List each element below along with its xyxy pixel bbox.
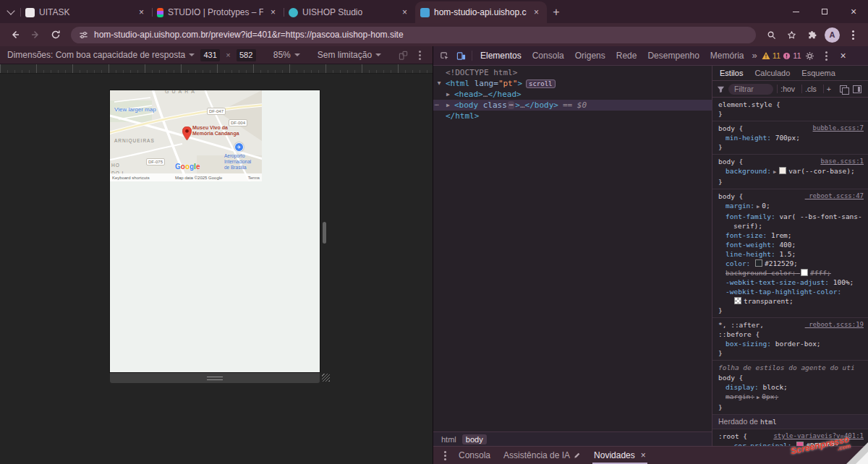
breadcrumb-html[interactable]: html [438, 434, 460, 444]
reload-button[interactable] [46, 25, 65, 44]
stylesheet-link[interactable]: _reboot.scss:19 [805, 320, 864, 330]
tab-layout[interactable]: Esquema [796, 69, 841, 77]
stylesheet-link[interactable]: base.scss:1 [820, 157, 864, 166]
drawer-menu-kebab-icon[interactable] [444, 455, 446, 457]
viewport-resize-bar[interactable] [110, 373, 320, 383]
expand-arrow-icon[interactable] [446, 100, 454, 111]
warnings-badge[interactable]: 11 [762, 51, 780, 60]
profile-avatar[interactable]: A [825, 27, 840, 43]
tab-search-button[interactable] [1, 1, 20, 23]
extensions-button[interactable] [802, 25, 821, 44]
forward-button[interactable] [26, 25, 45, 44]
inspect-element-button[interactable] [436, 48, 452, 64]
color-swatch[interactable] [755, 259, 762, 267]
map-airport-label[interactable]: Aeroporto Internacional de Brasília [224, 153, 251, 171]
browser-tab-active[interactable]: hom-studio-api.uishop.com.br/ [415, 1, 547, 23]
google-map-embed[interactable]: View larger map GUARÁ ARNIQUEIRAS HO DO … [110, 90, 262, 181]
search-button[interactable] [762, 25, 780, 44]
viewport-width-input[interactable]: 431 [200, 49, 220, 61]
tree-node-html-close[interactable]: </html> [433, 111, 712, 121]
expand-arrow-icon[interactable] [771, 166, 778, 177]
drawer-tab-ai-assistance[interactable]: Assistência de IA [498, 447, 587, 464]
viewport-height-input[interactable]: 582 [237, 49, 256, 61]
throttling-dropdown[interactable]: Sem limitação [318, 50, 381, 60]
toggle-device-toolbar-button[interactable] [453, 48, 469, 64]
site-controls-icon[interactable] [79, 30, 88, 40]
bookmark-button[interactable] [782, 25, 801, 44]
issues-badge[interactable]: 11 [783, 51, 801, 60]
tree-node-body-selected[interactable]: <body class⋯>…</body>== $0 [433, 100, 712, 111]
stylesheet-link[interactable]: _reboot.scss:47 [805, 192, 864, 201]
rotate-device-button[interactable] [399, 51, 408, 60]
page-scrollbar[interactable] [323, 222, 326, 244]
tab-elements[interactable]: Elementos [475, 46, 527, 65]
url-text[interactable]: hom-studio-api.uishop.com.br/preview?id=… [94, 30, 748, 40]
tab-performance[interactable]: Desempenho [642, 46, 704, 65]
tree-node-doctype[interactable]: <!DOCTYPE html> [433, 67, 712, 78]
tab-styles[interactable]: Estilos [714, 69, 749, 77]
terms-link[interactable]: Terms [248, 176, 260, 180]
close-icon[interactable] [639, 447, 646, 464]
more-tabs-icon[interactable] [750, 46, 760, 65]
toggle-classes[interactable]: .cls [801, 85, 820, 93]
new-style-rule-button[interactable]: + [823, 85, 834, 93]
css-rule[interactable]: body {base.scss:1 background:var(--cor-b… [712, 155, 868, 189]
airport-icon[interactable] [234, 142, 244, 152]
device-select-dropdown[interactable]: Dimensões: Com boa capacidade de respost… [7, 50, 195, 60]
css-rule[interactable]: body {_reboot.scss:47 margin:0; font-fam… [712, 189, 868, 318]
tab-console[interactable]: Consola [527, 46, 569, 65]
collapsed-attr-icon[interactable]: ⋯ [508, 101, 514, 109]
address-bar[interactable]: hom-studio-api.uishop.com.br/preview?id=… [71, 27, 756, 43]
tab-computed[interactable]: Calculado [749, 69, 796, 77]
color-swatch[interactable] [779, 167, 786, 174]
view-larger-map-link[interactable]: View larger map [114, 106, 156, 113]
drawer-tab-console[interactable]: Consola [453, 447, 496, 464]
devtools-settings-button[interactable] [802, 48, 818, 64]
css-rule[interactable]: body {bubble.scss:7 min-height: 700px; } [712, 121, 868, 155]
sidebar-layout-icon[interactable] [853, 85, 861, 93]
css-rule[interactable]: *, ::after, ::before {_reboot.scss:19 bo… [712, 318, 868, 361]
css-rule[interactable]: :root {style-variaveis?v=401:1 --cor-pri… [712, 429, 868, 446]
stylesheet-link[interactable]: bubble.scss:7 [813, 124, 864, 133]
color-swatch[interactable] [734, 297, 741, 304]
css-rule[interactable]: folha de estilos do agente do uti body {… [712, 361, 868, 415]
viewport-corner-resize-handle[interactable] [322, 374, 330, 382]
browser-menu-button[interactable] [843, 25, 862, 44]
keyboard-shortcuts-link[interactable]: Keyboard shortcuts [112, 176, 150, 180]
copy-icon[interactable] [840, 85, 847, 93]
toggle-hover-state[interactable]: :hov [777, 85, 798, 93]
tab-memory[interactable]: Memória [705, 46, 749, 65]
styles-filter-input[interactable]: Filtrar [728, 84, 773, 95]
window-minimize-button[interactable] [781, 0, 810, 23]
tab-sources[interactable]: Origens [570, 46, 610, 65]
back-button[interactable] [6, 25, 25, 44]
tab-close-icon[interactable] [399, 7, 410, 18]
tree-node-html[interactable]: <html lang="pt">scroll [433, 78, 712, 89]
browser-tab-uishop-studio[interactable]: UISHOP Studio [284, 1, 415, 23]
devtools-menu-button[interactable] [819, 48, 835, 64]
window-close-button[interactable] [839, 0, 868, 23]
new-tab-button[interactable] [547, 1, 566, 23]
map-poi-label[interactable]: Museu Vivo da Memória Candanga [192, 125, 239, 137]
scroll-badge[interactable]: scroll [526, 80, 556, 88]
css-rule[interactable]: element.style { } [712, 98, 868, 121]
inherited-node-link[interactable]: html [760, 418, 777, 426]
tab-network[interactable]: Rede [611, 46, 642, 65]
map-pin-icon[interactable] [182, 126, 192, 143]
devtools-close-button[interactable] [835, 48, 851, 64]
previewed-page[interactable]: View larger map GUARÁ ARNIQUEIRAS HO DO … [110, 90, 320, 372]
breadcrumb-body[interactable]: body [462, 434, 487, 444]
google-logo[interactable]: Google [175, 163, 200, 171]
expand-arrow-icon[interactable] [754, 392, 762, 403]
expand-arrow-icon[interactable] [446, 89, 454, 100]
color-swatch[interactable] [801, 269, 808, 276]
tab-close-icon[interactable] [531, 7, 542, 18]
expand-arrow-icon[interactable] [754, 201, 762, 212]
expand-arrow-icon[interactable] [438, 78, 446, 89]
stylesheet-link[interactable]: style-variaveis?v=401:1 [773, 431, 864, 441]
device-toolbar-menu-button[interactable] [414, 48, 425, 62]
browser-tab-uitask[interactable]: UITASK [20, 1, 152, 23]
tree-node-head[interactable]: <head>…</head> [433, 89, 712, 100]
window-maximize-button[interactable] [810, 0, 839, 23]
zoom-dropdown[interactable]: 85% [273, 50, 300, 60]
